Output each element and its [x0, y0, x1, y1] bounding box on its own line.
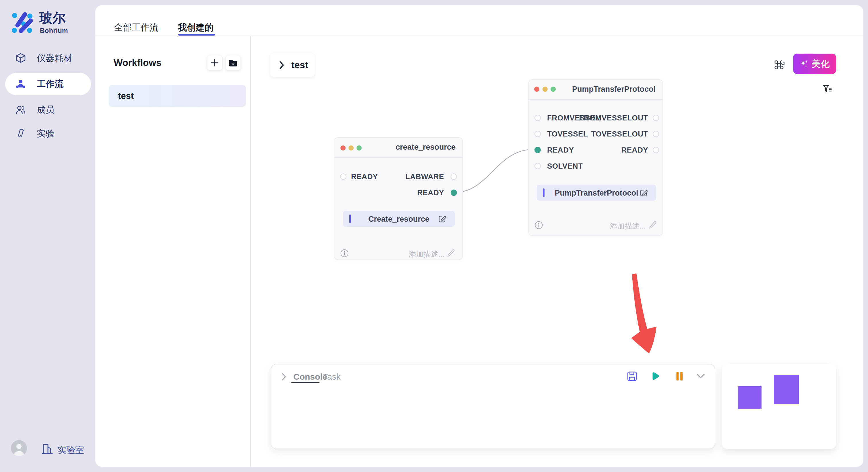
port-in-ready[interactable] [340, 173, 346, 180]
console-tab[interactable]: Console [293, 372, 327, 382]
minimap-node-pump-transfer[interactable] [774, 375, 799, 404]
port-label: READY [351, 172, 378, 181]
breadcrumb-label: test [291, 60, 308, 71]
port-label: SOLVENT [547, 162, 583, 170]
console-panel: Console Task [271, 364, 715, 449]
port-label: FROMVESSELOUT [579, 113, 648, 122]
pencil-icon[interactable] [648, 220, 657, 229]
minimap-node-create-resource[interactable] [738, 386, 762, 409]
avatar[interactable] [11, 440, 27, 456]
sidebar-item-instruments[interactable]: 仪器耗材 [5, 47, 91, 69]
node-header: create_resource [334, 138, 462, 158]
person-icon [11, 440, 27, 456]
sidebar-item-members[interactable]: 成员 [5, 99, 91, 121]
edge-ready-connection[interactable] [456, 149, 533, 192]
red-annotation-arrow [631, 273, 656, 353]
sidebar-item-label: 实验 [37, 128, 55, 140]
edit-icon[interactable] [437, 214, 447, 224]
port-label: TOVESSEL [547, 130, 588, 138]
sidebar-item-label: 仪器耗材 [37, 52, 72, 64]
chevron-down-icon[interactable] [695, 371, 706, 382]
bohrium-logo-icon [9, 10, 33, 34]
info-icon[interactable] [534, 221, 543, 229]
port-in-fromvessel[interactable] [534, 115, 541, 121]
play-icon[interactable] [650, 371, 660, 382]
main-panel: 全部工作流 我创建的 Workflows test [95, 5, 863, 467]
brand-name-zh: 玻尔 [39, 9, 66, 27]
traffic-green-dot[interactable] [551, 87, 556, 92]
minimap[interactable] [722, 364, 836, 449]
brand-name-en: Bohrium [40, 27, 68, 35]
command-icon[interactable] [774, 59, 784, 70]
traffic-yellow-dot[interactable] [348, 145, 353, 150]
experiment-icon [15, 128, 26, 139]
port-in-ready[interactable] [534, 147, 541, 153]
port-out-ready[interactable] [653, 147, 659, 153]
description-placeholder[interactable]: 添加描述... [408, 249, 445, 259]
port-in-tovessel[interactable] [534, 131, 541, 137]
description-placeholder[interactable]: 添加描述... [610, 221, 646, 231]
port-out-labware[interactable] [451, 173, 457, 180]
port-out-tovesselout[interactable] [653, 131, 659, 137]
port-label: READY [621, 146, 648, 154]
edit-icon[interactable] [639, 188, 649, 198]
port-label: TOVESSELOUT [591, 130, 648, 138]
workspace-label[interactable]: 实验室 [57, 444, 84, 456]
port-label: LABWARE [405, 172, 444, 181]
package-icon [15, 53, 26, 64]
workflow-people-icon [15, 78, 26, 90]
sidebar: 玻尔 Bohrium 仪器耗材 工作流 [0, 0, 95, 472]
beautify-label: 美化 [812, 58, 830, 70]
port-out-fromvesselout[interactable] [653, 115, 659, 121]
node-action-button[interactable]: PumpTransferProtocol [537, 185, 656, 201]
chevron-right-icon[interactable] [281, 372, 287, 381]
beautify-button[interactable]: 美化 [793, 54, 836, 74]
node-action-label: PumpTransferProtocol [537, 189, 656, 198]
port-in-solvent[interactable] [534, 163, 541, 169]
breadcrumb[interactable]: test [270, 53, 315, 77]
save-icon[interactable] [627, 371, 638, 382]
sidebar-item-workflows[interactable]: 工作流 [5, 73, 91, 95]
chevron-right-icon [279, 60, 285, 70]
node-action-button[interactable]: Create_resource [343, 211, 455, 227]
port-label: READY [547, 146, 574, 154]
node-pump-transfer-protocol[interactable]: PumpTransferProtocol FROMVESSEL TOVESSEL… [528, 79, 663, 236]
node-title: PumpTransferProtocol [572, 85, 656, 94]
sparkles-icon [800, 59, 809, 69]
lab-building-icon [41, 442, 53, 455]
traffic-red-dot[interactable] [534, 87, 539, 92]
node-create-resource[interactable]: create_resource READY LABWARE READY Crea… [334, 137, 463, 260]
sidebar-item-label: 成员 [37, 104, 55, 116]
node-header: PumpTransferProtocol [529, 80, 662, 100]
members-icon [15, 104, 26, 115]
traffic-green-dot[interactable] [356, 145, 362, 150]
console-tab-underline [291, 382, 319, 383]
port-label: READY [417, 189, 444, 197]
filter-icon[interactable] [823, 84, 832, 94]
pencil-icon[interactable] [446, 248, 455, 257]
pause-icon[interactable] [674, 371, 685, 382]
sidebar-item-experiments[interactable]: 实验 [5, 123, 91, 145]
port-out-ready[interactable] [451, 190, 457, 196]
sidebar-item-label: 工作流 [37, 78, 63, 90]
info-icon[interactable] [340, 249, 349, 258]
task-tab[interactable]: Task [323, 372, 341, 382]
node-title: create_resource [396, 143, 456, 152]
app-root: 玻尔 Bohrium 仪器耗材 工作流 [0, 0, 868, 472]
traffic-yellow-dot[interactable] [542, 87, 548, 92]
traffic-red-dot[interactable] [340, 145, 346, 150]
